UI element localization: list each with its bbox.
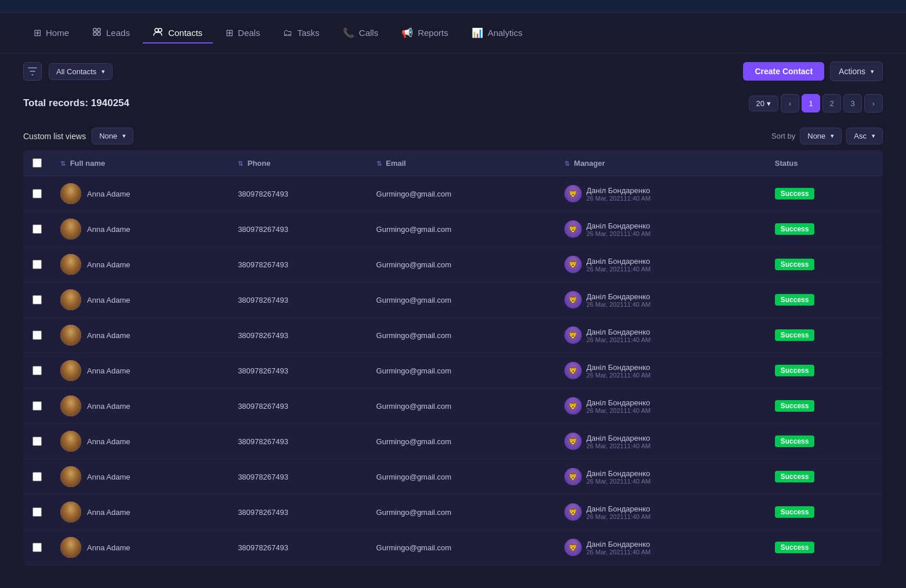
nav-item-leads[interactable]: Leads [82, 23, 140, 43]
contact-email: Gurmingo@gmail.com [376, 260, 452, 269]
svg-rect-2 [93, 32, 96, 35]
table-row[interactable]: Anna Adame 380978267493 Gurmingo@gmail.c… [23, 424, 883, 459]
select-all-header[interactable] [23, 150, 51, 176]
row-checkbox[interactable] [32, 366, 42, 375]
row-checkbox-cell[interactable] [23, 176, 51, 212]
select-all-checkbox[interactable] [32, 158, 42, 168]
status-badge: Success [775, 506, 815, 518]
row-checkbox[interactable] [32, 507, 42, 517]
contacts-table: ⇅ Full name ⇅ Phone ⇅ Email ⇅ Manager St… [23, 150, 883, 565]
nav-item-calls[interactable]: 📞 Calls [332, 23, 389, 43]
row-checkbox[interactable] [32, 224, 42, 234]
manager-avatar: 🦁 [564, 291, 582, 308]
row-checkbox[interactable] [32, 331, 42, 340]
table-row[interactable]: Anna Adame 380978267493 Gurmingo@gmail.c… [23, 495, 883, 530]
list-view-chevron-icon: ▾ [122, 132, 126, 140]
col-email[interactable]: ⇅ Email [367, 150, 555, 176]
contact-email: Gurmingo@gmail.com [376, 402, 452, 411]
nav-item-tasks[interactable]: 🗂 Tasks [273, 23, 329, 43]
col-phone[interactable]: ⇅ Phone [229, 150, 367, 176]
filter-button[interactable] [23, 62, 42, 81]
contact-avatar [60, 395, 81, 416]
prev-page-button[interactable]: ‹ [781, 94, 799, 112]
list-view-none-dropdown[interactable]: None ▾ [92, 128, 133, 144]
table-row[interactable]: Anna Adame 380978267493 Gurmingo@gmail.c… [23, 353, 883, 389]
row-checkbox-cell[interactable] [23, 282, 51, 318]
all-contacts-dropdown[interactable]: All Contacts ▾ [49, 63, 113, 80]
manager-date: 26 Mar, 202111:40 AM [586, 372, 651, 379]
row-checkbox-cell[interactable] [23, 424, 51, 459]
row-checkbox-cell[interactable] [23, 318, 51, 353]
manager-avatar: 🦁 [564, 539, 582, 556]
row-email-cell: Gurmingo@gmail.com [367, 459, 555, 495]
actions-button[interactable]: Actions ▾ [830, 61, 883, 81]
page-size-chevron-icon: ▾ [767, 99, 771, 108]
table-row[interactable]: Anna Adame 380978267493 Gurmingo@gmail.c… [23, 530, 883, 565]
sort-by-chevron-icon: ▾ [831, 132, 834, 140]
page-size-button[interactable]: 20 ▾ [749, 96, 778, 111]
svg-rect-1 [97, 28, 100, 31]
manager-name: Даніл Бондаренко [586, 328, 651, 336]
row-checkbox[interactable] [32, 437, 42, 446]
row-phone-cell: 380978267493 [229, 318, 367, 353]
contact-name: Anna Adame [87, 225, 130, 234]
row-checkbox-cell[interactable] [23, 389, 51, 424]
chevron-down-icon: ▾ [102, 68, 105, 75]
row-checkbox[interactable] [32, 472, 42, 481]
nav-item-home[interactable]: ⊞ Home [23, 23, 79, 43]
manager-avatar: 🦁 [564, 256, 582, 273]
contact-email: Gurmingo@gmail.com [376, 473, 452, 481]
row-checkbox-cell[interactable] [23, 247, 51, 282]
contact-phone: 380978267493 [238, 508, 288, 517]
nav-item-contacts[interactable]: Contacts [143, 23, 213, 43]
nav-item-reports[interactable]: 📢 Reports [391, 23, 459, 43]
manager-info: Даніл Бондаренко 26 Mar, 202111:40 AM [586, 398, 651, 414]
table-row[interactable]: Anna Adame 380978267493 Gurmingo@gmail.c… [23, 247, 883, 282]
manager-date: 26 Mar, 202111:40 AM [586, 336, 651, 343]
contact-email: Gurmingo@gmail.com [376, 543, 452, 552]
contact-email: Gurmingo@gmail.com [376, 508, 452, 517]
list-view-left: Custom list views None ▾ [23, 128, 133, 144]
page-1-button[interactable]: 1 [802, 94, 820, 112]
list-view-bar: Custom list views None ▾ Sort by None ▾ … [0, 122, 906, 150]
sort-order-dropdown[interactable]: Asc ▾ [846, 128, 883, 144]
create-contact-button[interactable]: Create Contact [743, 62, 824, 81]
page-3-button[interactable]: 3 [843, 94, 862, 112]
row-checkbox[interactable] [32, 543, 42, 552]
row-checkbox-cell[interactable] [23, 459, 51, 495]
table-row[interactable]: Anna Adame 380978267493 Gurmingo@gmail.c… [23, 389, 883, 424]
row-name-cell: Anna Adame [51, 459, 229, 495]
row-checkbox[interactable] [32, 401, 42, 411]
table-row[interactable]: Anna Adame 380978267493 Gurmingo@gmail.c… [23, 318, 883, 353]
nav-item-deals[interactable]: ⊞ Deals [215, 23, 270, 43]
contact-email: Gurmingo@gmail.com [376, 225, 452, 234]
row-checkbox[interactable] [32, 189, 42, 198]
table-row[interactable]: Anna Adame 380978267493 Gurmingo@gmail.c… [23, 176, 883, 212]
row-status-cell: Success [766, 318, 883, 353]
row-phone-cell: 380978267493 [229, 424, 367, 459]
nav-label-calls: Calls [359, 28, 378, 38]
row-phone-cell: 380978267493 [229, 389, 367, 424]
row-checkbox[interactable] [32, 260, 42, 269]
row-phone-cell: 380978267493 [229, 247, 367, 282]
row-email-cell: Gurmingo@gmail.com [367, 247, 555, 282]
sort-by-dropdown[interactable]: None ▾ [800, 128, 842, 144]
page-2-button[interactable]: 2 [822, 94, 841, 112]
table-row[interactable]: Anna Adame 380978267493 Gurmingo@gmail.c… [23, 459, 883, 495]
row-email-cell: Gurmingo@gmail.com [367, 318, 555, 353]
row-checkbox[interactable] [32, 295, 42, 304]
table-row[interactable]: Anna Adame 380978267493 Gurmingo@gmail.c… [23, 282, 883, 318]
manager-avatar: 🦁 [564, 185, 582, 202]
table-row[interactable]: Anna Adame 380978267493 Gurmingo@gmail.c… [23, 212, 883, 247]
col-fullname[interactable]: ⇅ Full name [51, 150, 229, 176]
next-page-button[interactable]: › [864, 94, 883, 112]
row-checkbox-cell[interactable] [23, 212, 51, 247]
row-phone-cell: 380978267493 [229, 176, 367, 212]
deals-icon: ⊞ [226, 27, 233, 38]
row-checkbox-cell[interactable] [23, 353, 51, 389]
col-manager[interactable]: ⇅ Manager [555, 150, 766, 176]
nav-item-analytics[interactable]: 📊 Analytics [461, 23, 533, 43]
row-checkbox-cell[interactable] [23, 495, 51, 530]
row-checkbox-cell[interactable] [23, 530, 51, 565]
manager-info: Даніл Бондаренко 26 Mar, 202111:40 AM [586, 540, 651, 556]
